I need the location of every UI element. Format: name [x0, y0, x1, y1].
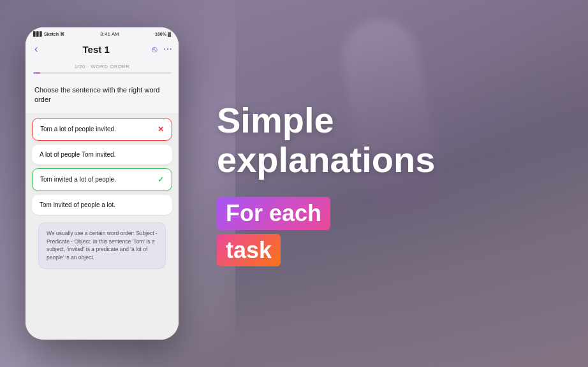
wifi-icon: ⌘: [60, 32, 64, 37]
nav-bar: ‹ Test 1 ⎋ ⋯: [26, 40, 179, 61]
carrier-name: Sketch: [44, 32, 59, 36]
highlight-text-2: task: [217, 234, 281, 266]
answers-area: Tom a lot of people invited. ✕ A lot of …: [26, 113, 179, 340]
nav-title: Test 1: [83, 44, 110, 55]
answer-icon-wrong-1: ✕: [158, 125, 164, 134]
highlight-text-1: For each: [217, 197, 330, 229]
progress-fill: [33, 72, 40, 74]
question-area: Choose the sentence with the right word …: [26, 79, 179, 113]
nav-actions: ⎋ ⋯: [152, 44, 172, 54]
highlight-line-1: For each: [217, 197, 330, 229]
more-button[interactable]: ⋯: [163, 44, 172, 54]
answer-icon-correct-3: ✓: [158, 175, 164, 184]
battery-percent: 100%: [155, 32, 166, 36]
question-text: Choose the sentence with the right word …: [34, 85, 170, 105]
progress-bar: [33, 72, 171, 74]
answer-option-3[interactable]: Tom invited a lot of people. ✓: [32, 168, 172, 191]
back-button[interactable]: ‹: [32, 42, 40, 56]
status-right: 100% ▓: [155, 32, 171, 36]
explanation-text: We usually use a certain word order: Sub…: [47, 229, 158, 262]
title-line1: Simple: [217, 100, 334, 140]
status-left: ▋▋▋ Sketch ⌘: [33, 32, 64, 37]
status-time: 8:41 AM: [100, 31, 119, 37]
answer-option-1[interactable]: Tom a lot of people invited. ✕: [32, 118, 172, 141]
answer-text-4: Tom invited of people a lot.: [40, 201, 165, 208]
progress-section: 1/20 · WORD ORDER: [26, 61, 179, 79]
right-content: Simple explanations For each task: [217, 101, 562, 266]
answer-text-3: Tom invited a lot of people.: [40, 176, 158, 183]
share-button[interactable]: ⎋: [152, 44, 157, 54]
highlight-container: For each task: [217, 197, 330, 266]
page-container: ▋▋▋ Sketch ⌘ 8:41 AM 100% ▓ ‹ Test 1 ⎋ ⋯…: [0, 0, 588, 367]
answer-text-2: A lot of people Tom invited.: [40, 151, 165, 158]
phone-mockup: ▋▋▋ Sketch ⌘ 8:41 AM 100% ▓ ‹ Test 1 ⎋ ⋯…: [26, 27, 179, 340]
explanation-box: We usually use a certain word order: Sub…: [38, 222, 166, 269]
signal-icon: ▋▋▋: [33, 32, 43, 37]
progress-label: 1/20 · WORD ORDER: [74, 64, 129, 69]
answer-text-1: Tom a lot of people invited.: [40, 126, 158, 133]
highlight-line-2: task: [217, 234, 330, 266]
main-title: Simple explanations: [217, 101, 435, 179]
battery-icon: ▓: [168, 32, 171, 36]
answer-option-2[interactable]: A lot of people Tom invited.: [32, 145, 172, 164]
title-line2: explanations: [217, 140, 435, 180]
status-bar: ▋▋▋ Sketch ⌘ 8:41 AM 100% ▓: [26, 27, 179, 40]
answer-option-4[interactable]: Tom invited of people a lot.: [32, 195, 172, 215]
